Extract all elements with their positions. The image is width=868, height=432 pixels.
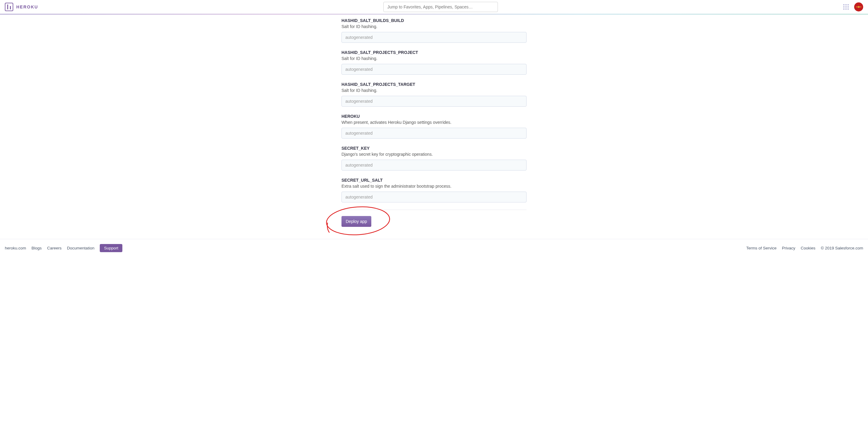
config-var: HASHID_SALT_PROJECTS_PROJECT Salt for ID… [341,50,527,75]
config-var: HASHID_SALT_BUILDS_BUILD Salt for ID has… [341,18,527,43]
footer-link-blogs[interactable]: Blogs [32,246,42,250]
config-var: SECRET_KEY Django's secret key for crypt… [341,146,527,170]
config-var-desc: Extra salt used to sign the administrato… [341,184,527,189]
footer-link-privacy[interactable]: Privacy [782,246,795,250]
copyright: © 2019 Salesforce.com [821,246,863,250]
config-var-input[interactable] [341,96,527,107]
support-button[interactable]: Support [100,244,122,252]
search-input[interactable] [383,2,498,12]
deploy-button[interactable]: Deploy app [341,216,371,227]
config-var-desc: When present, activates Heroku Django se… [341,120,527,125]
config-var: HEROKU When present, activates Heroku Dj… [341,114,527,139]
config-var-desc: Salt for ID hashing. [341,24,527,29]
config-var: SECRET_URL_SALT Extra salt used to sign … [341,178,527,202]
config-var-name: SECRET_URL_SALT [341,178,527,182]
config-var-input[interactable] [341,192,527,202]
config-var-name: HASHID_SALT_BUILDS_BUILD [341,18,527,23]
config-var-name: HASHID_SALT_PROJECTS_TARGET [341,82,527,87]
config-var-input[interactable] [341,32,527,43]
divider [341,210,527,210]
avatar[interactable] [854,2,863,11]
logo-text: HEROKU [16,4,38,9]
footer-link-cookies[interactable]: Cookies [801,246,815,250]
apps-grid-icon[interactable] [843,4,849,10]
config-var-name: HASHID_SALT_PROJECTS_PROJECT [341,50,527,55]
footer-right: Terms of Service Privacy Cookies © 2019 … [746,246,863,250]
header: HEROKU [0,0,868,14]
config-var-input[interactable] [341,160,527,170]
config-var: HASHID_SALT_PROJECTS_TARGET Salt for ID … [341,82,527,107]
footer-link-careers[interactable]: Careers [47,246,61,250]
header-right [843,2,863,11]
config-var-desc: Salt for ID hashing. [341,56,527,61]
config-var-input[interactable] [341,128,527,139]
footer-link-terms[interactable]: Terms of Service [746,246,777,250]
heroku-logo-icon [5,3,13,11]
logo-container[interactable]: HEROKU [5,3,38,11]
config-var-name: HEROKU [341,114,527,119]
footer-link-documentation[interactable]: Documentation [67,246,94,250]
footer: heroku.com Blogs Careers Documentation S… [0,239,868,257]
config-var-name: SECRET_KEY [341,146,527,151]
search-container [38,2,843,12]
deploy-section: Deploy app [341,216,527,227]
config-var-input[interactable] [341,64,527,75]
config-var-desc: Salt for ID hashing. [341,88,527,93]
config-var-desc: Django's secret key for cryptographic op… [341,152,527,157]
footer-left: heroku.com Blogs Careers Documentation S… [5,244,122,252]
main-content: HASHID_SALT_BUILDS_BUILD Salt for ID has… [341,14,527,239]
footer-link-heroku[interactable]: heroku.com [5,246,26,250]
